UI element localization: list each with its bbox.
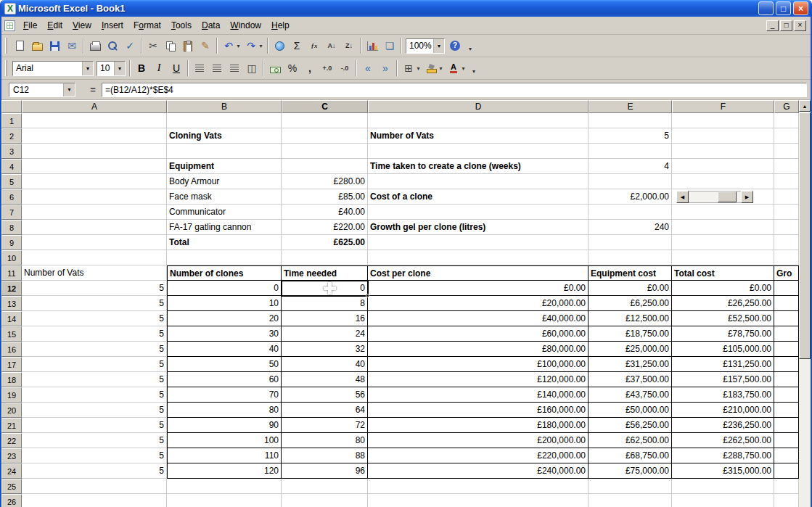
cell-G23[interactable] xyxy=(774,448,799,463)
align-right-button[interactable] xyxy=(226,59,243,77)
paste-button[interactable] xyxy=(179,37,197,54)
toolbar-options-button[interactable]: ▾ xyxy=(469,59,479,77)
cell-C17[interactable]: 40 xyxy=(282,357,368,372)
cell-A2[interactable] xyxy=(22,128,167,144)
cell-E20[interactable]: £50,000.00 xyxy=(589,403,672,418)
cell-E14[interactable]: £12,500.00 xyxy=(589,311,672,326)
cell-F24[interactable]: £315,000.00 xyxy=(672,463,774,479)
cell-B14[interactable]: 20 xyxy=(167,311,282,326)
cell-C23[interactable]: 88 xyxy=(282,448,368,463)
row-header-16[interactable]: 16 xyxy=(1,342,22,357)
cell-E25[interactable] xyxy=(589,479,672,494)
cell-E9[interactable] xyxy=(589,235,672,250)
cell-F10[interactable] xyxy=(672,250,774,265)
cell-C11[interactable]: Time needed xyxy=(282,265,368,281)
cell-E18[interactable]: £37,500.00 xyxy=(589,372,672,387)
cell-B12[interactable]: 0 xyxy=(167,281,282,296)
cell-B24[interactable]: 120 xyxy=(167,463,282,479)
row-header-1[interactable]: 1 xyxy=(1,113,22,128)
comma-style-button[interactable]: , xyxy=(301,59,319,77)
cell-C25[interactable] xyxy=(282,479,368,494)
row-header-17[interactable]: 17 xyxy=(1,357,22,372)
merge-center-button[interactable]: ◫ xyxy=(243,59,261,77)
cell-D25[interactable] xyxy=(368,479,589,494)
cell-D21[interactable]: £180,000.00 xyxy=(368,418,589,433)
cell-D13[interactable]: £20,000.00 xyxy=(368,296,589,311)
cell-F23[interactable]: £288,750.00 xyxy=(672,448,774,463)
cell-E21[interactable]: £56,250.00 xyxy=(589,418,672,433)
cell-F18[interactable]: £157,500.00 xyxy=(672,372,774,387)
print-preview-button[interactable] xyxy=(104,37,121,54)
font-size-combo[interactable]: 10 ▾ xyxy=(97,61,126,76)
row-header-6[interactable]: 6 xyxy=(1,189,22,205)
cell-A10[interactable] xyxy=(22,250,167,265)
cell-D17[interactable]: £100,000.00 xyxy=(368,357,589,372)
cell-E2[interactable]: 5 xyxy=(589,128,672,144)
copy-button[interactable] xyxy=(162,37,179,54)
cell-D4[interactable]: Time taken to create a clone (weeks) xyxy=(368,159,589,174)
menu-format[interactable]: Format xyxy=(128,17,166,34)
cell-G5[interactable] xyxy=(774,174,799,189)
cell-E5[interactable] xyxy=(589,174,672,189)
clone-cost-scrollbar[interactable]: ◀▶ xyxy=(676,191,753,203)
cell-D22[interactable]: £200,000.00 xyxy=(368,433,589,448)
cell-C16[interactable]: 32 xyxy=(282,342,368,357)
cell-D9[interactable] xyxy=(368,235,589,250)
cell-A4[interactable] xyxy=(22,159,167,174)
cell-F19[interactable]: £183,750.00 xyxy=(672,387,774,403)
chart-wizard-button[interactable] xyxy=(364,37,381,54)
column-header-G[interactable]: G xyxy=(774,100,799,113)
scroll-left-button[interactable]: ◀ xyxy=(676,191,689,203)
cell-A15[interactable]: 5 xyxy=(22,326,167,342)
cell-A22[interactable]: 5 xyxy=(22,433,167,448)
underline-button[interactable]: U xyxy=(168,59,185,77)
cell-A14[interactable]: 5 xyxy=(22,311,167,326)
cell-A7[interactable] xyxy=(22,205,167,220)
cell-G9[interactable] xyxy=(774,235,799,250)
menu-insert[interactable]: Insert xyxy=(97,17,128,34)
cell-D15[interactable]: £60,000.00 xyxy=(368,326,589,342)
cell-C12[interactable]: 0 xyxy=(282,281,368,296)
cell-D16[interactable]: £80,000.00 xyxy=(368,342,589,357)
cell-E11[interactable]: Equipment cost xyxy=(589,265,672,281)
cell-E7[interactable] xyxy=(589,205,672,220)
cell-A20[interactable]: 5 xyxy=(22,403,167,418)
cell-B8[interactable]: FA-17 gatling cannon xyxy=(167,220,282,235)
cell-D10[interactable] xyxy=(368,250,589,265)
cell-B11[interactable]: Number of clones xyxy=(167,265,282,281)
cell-A1[interactable] xyxy=(22,113,167,128)
cell-F7[interactable] xyxy=(672,205,774,220)
cell-F15[interactable]: £78,750.00 xyxy=(672,326,774,342)
cell-E15[interactable]: £18,750.00 xyxy=(589,326,672,342)
font-size-dropdown-arrow[interactable]: ▾ xyxy=(114,62,125,75)
cell-F16[interactable]: £105,000.00 xyxy=(672,342,774,357)
cell-A21[interactable]: 5 xyxy=(22,418,167,433)
cell-G21[interactable] xyxy=(774,418,799,433)
row-header-18[interactable]: 18 xyxy=(1,372,22,387)
toolbar-options-button[interactable]: ▾ xyxy=(465,37,475,54)
cell-B19[interactable]: 70 xyxy=(167,387,282,403)
cell-E22[interactable]: £62,500.00 xyxy=(589,433,672,448)
cell-B16[interactable]: 40 xyxy=(167,342,282,357)
cell-F8[interactable] xyxy=(672,220,774,235)
cell-B5[interactable]: Body Armour xyxy=(167,174,282,189)
column-header-F[interactable]: F xyxy=(672,100,774,113)
help-button[interactable]: ? xyxy=(446,37,464,54)
cell-B26[interactable] xyxy=(167,494,282,507)
italic-button[interactable]: I xyxy=(150,59,168,77)
cell-A12[interactable]: 5 xyxy=(22,281,167,296)
row-header-10[interactable]: 10 xyxy=(1,250,22,265)
row-header-8[interactable]: 8 xyxy=(1,220,22,235)
cell-F3[interactable] xyxy=(672,144,774,159)
cell-B15[interactable]: 30 xyxy=(167,326,282,342)
sort-descending-button[interactable]: Z↓ xyxy=(340,37,358,54)
workbook-restore-button[interactable]: □ xyxy=(780,20,792,31)
cell-G1[interactable] xyxy=(774,113,799,128)
minimize-button[interactable]: _ xyxy=(758,1,774,15)
cell-D1[interactable] xyxy=(368,113,589,128)
cell-C7[interactable]: £40.00 xyxy=(282,205,368,220)
font-color-dropdown-arrow[interactable]: ▾ xyxy=(459,59,467,77)
cell-B13[interactable]: 10 xyxy=(167,296,282,311)
row-header-21[interactable]: 21 xyxy=(1,418,22,433)
cell-F4[interactable] xyxy=(672,159,774,174)
